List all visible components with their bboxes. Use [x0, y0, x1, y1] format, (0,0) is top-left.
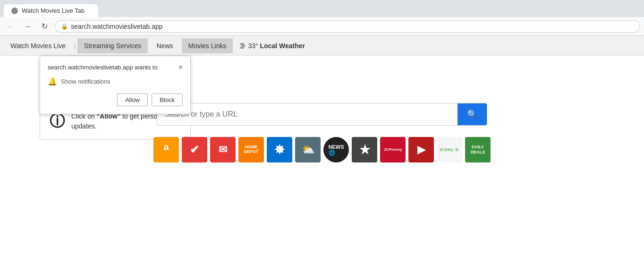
- notification-label: Show notifications: [61, 78, 110, 85]
- weather-icon: 🌫: [239, 42, 246, 50]
- checkmark-icon: ✔: [190, 143, 199, 156]
- tab-title: Watch Movies Live Tab: [22, 7, 85, 14]
- forward-button[interactable]: →: [21, 20, 34, 33]
- nav-item-streaming[interactable]: Streaming Services: [77, 38, 148, 53]
- address-bar: ← → ↻ 🔒 search.watchmovieslivetab.app: [0, 17, 644, 36]
- search-input[interactable]: [157, 104, 458, 124]
- block-button[interactable]: Block: [152, 94, 183, 106]
- nav-item-movies[interactable]: Movies Links: [182, 38, 233, 53]
- quick-icon-news[interactable]: NEWS🌐: [323, 137, 349, 162]
- quick-icon-star[interactable]: ★: [352, 137, 377, 162]
- weather-label: Local Weather: [260, 42, 305, 50]
- nav-brand[interactable]: Watch Movies Live: [4, 38, 72, 53]
- homedepot-icon: HOMEDEPOT: [244, 145, 258, 154]
- kohls-icon: KOHL'S: [440, 147, 459, 152]
- url-display: search.watchmovieslivetab.app: [71, 23, 634, 30]
- address-input-wrap[interactable]: 🔒 search.watchmovieslivetab.app: [55, 20, 640, 33]
- allow-button[interactable]: Allow: [117, 94, 148, 106]
- popup-header: search.watchmovieslivetab.app wants to ×: [48, 64, 183, 71]
- popup-close-button[interactable]: ×: [178, 64, 183, 71]
- deals-icon: DAILYDEALS: [471, 145, 485, 155]
- quick-icon-deals[interactable]: DAILYDEALS: [465, 137, 491, 162]
- bell-icon: 🔔: [48, 77, 57, 86]
- active-tab[interactable]: Watch Movies Live Tab: [4, 4, 98, 17]
- walmart-icon: ✸: [274, 143, 285, 157]
- amazon-arrow-icon: ⟶: [163, 153, 169, 158]
- quick-icon-checkmark[interactable]: ✔: [182, 137, 207, 162]
- tab-favicon: [11, 8, 18, 14]
- quick-icon-homedepot[interactable]: HOMEDEPOT: [238, 137, 264, 162]
- search-button[interactable]: 🔍: [458, 103, 487, 125]
- quick-icon-walmart[interactable]: ✸: [267, 137, 292, 162]
- jcp-icon: JCPenney: [384, 147, 402, 152]
- search-icon: 🔍: [467, 110, 477, 119]
- weather-small-icon: ⛅: [302, 144, 314, 156]
- notification-popup: search.watchmovieslivetab.app wants to ×…: [40, 56, 191, 114]
- search-bar: 🔍: [157, 103, 487, 126]
- site-nav: Watch Movies Live | Streaming Services N…: [0, 36, 644, 56]
- refresh-button[interactable]: ↻: [38, 20, 51, 33]
- search-area: 🔍 a ⟶ ✔ ✉ HOMEDEPOT ✸: [153, 103, 491, 162]
- star-icon: ★: [359, 143, 370, 157]
- back-button[interactable]: ←: [4, 20, 17, 33]
- quick-icon-kohls[interactable]: KOHL'S: [437, 137, 462, 162]
- page-content: search.watchmovieslivetab.app wants to ×…: [0, 56, 644, 256]
- mail-icon: ✉: [219, 144, 227, 156]
- amazon-a-icon: a: [163, 142, 169, 153]
- popup-buttons: Allow Block: [48, 94, 183, 106]
- lock-icon: 🔒: [61, 23, 68, 30]
- quick-icon-weather[interactable]: ⛅: [295, 137, 321, 162]
- play-icon: ▶: [417, 144, 425, 156]
- weather-widget[interactable]: 🌫 33° Local Weather: [235, 39, 310, 52]
- quick-icons: a ⟶ ✔ ✉ HOMEDEPOT ✸ ⛅: [153, 137, 491, 162]
- quick-icon-mail[interactable]: ✉: [210, 137, 236, 162]
- popup-title: search.watchmovieslivetab.app wants to: [48, 64, 178, 71]
- weather-temp: 33°: [248, 42, 258, 50]
- nav-item-news[interactable]: News: [150, 38, 179, 53]
- quick-icon-amazon[interactable]: a ⟶: [153, 137, 179, 162]
- nav-divider: |: [74, 43, 76, 49]
- quick-icon-play[interactable]: ▶: [408, 137, 434, 162]
- quick-icon-jcp[interactable]: JCPenney: [380, 137, 406, 162]
- news-globe-icon: NEWS🌐: [329, 144, 344, 156]
- notification-row: 🔔 Show notifications: [48, 77, 183, 86]
